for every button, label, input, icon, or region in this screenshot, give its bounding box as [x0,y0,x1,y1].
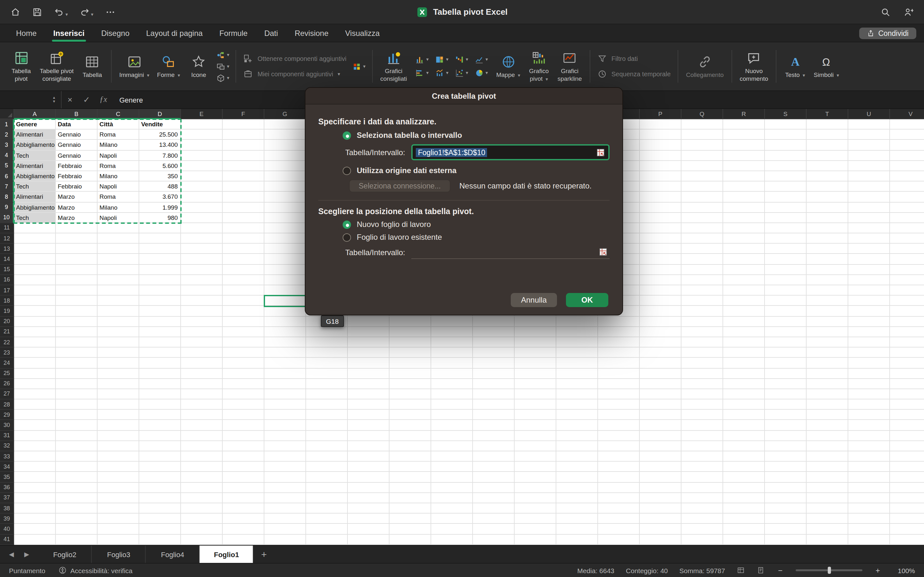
cell-b21[interactable] [56,327,97,337]
cell-t35[interactable] [806,472,848,482]
cell-a32[interactable] [14,441,56,451]
sheet-tab-foglio3[interactable]: Foglio3 [92,546,146,563]
cell-m41[interactable] [515,534,556,545]
cell-e39[interactable] [181,514,223,524]
cell-c37[interactable] [97,493,139,503]
cell-g6[interactable] [264,171,306,181]
cell-g34[interactable] [264,462,306,472]
column-header-g[interactable]: G [264,109,306,119]
cell-s27[interactable] [765,389,806,400]
cell-k26[interactable] [431,379,473,389]
cell-e17[interactable] [181,285,223,295]
cell-o34[interactable] [598,462,640,472]
column-chart-button[interactable]: ▾ [415,55,429,64]
cell-h21[interactable] [306,327,348,337]
cell-u32[interactable] [848,441,890,451]
cell-n39[interactable] [556,514,598,524]
cell-h34[interactable] [306,462,348,472]
cell-q32[interactable] [682,441,723,451]
cell-f2[interactable] [223,129,264,140]
cell-v26[interactable] [890,379,924,389]
cell-p34[interactable] [640,462,682,472]
cell-e12[interactable] [181,234,223,243]
grafico-pivot-button[interactable]: Graficopivot ▾ [525,49,553,83]
cell-q9[interactable] [682,202,723,213]
cell-v38[interactable] [890,503,924,514]
cell-q31[interactable] [682,430,723,441]
cell-j33[interactable] [389,451,431,462]
row-header-15[interactable]: 15 [0,264,14,275]
row-header-39[interactable]: 39 [0,514,14,524]
cell-a25[interactable] [14,368,56,379]
cell-r16[interactable] [723,275,765,285]
cell-c20[interactable] [97,316,139,327]
row-header-11[interactable]: 11 [0,223,14,234]
column-header-d[interactable]: D [139,109,181,119]
cell-d28[interactable] [139,400,181,410]
collegamento-button[interactable]: Collegamento [683,53,727,80]
cell-q21[interactable] [682,327,723,337]
cell-f7[interactable] [223,181,264,192]
destination-range-input[interactable] [412,245,610,259]
cell-b4[interactable]: Gennaio [56,150,97,161]
cell-o24[interactable] [598,358,640,368]
cell-p18[interactable] [640,295,682,306]
cell-a18[interactable] [14,295,56,306]
cell-h26[interactable] [306,379,348,389]
cell-i38[interactable] [348,503,389,514]
cell-g25[interactable] [264,368,306,379]
row-header-23[interactable]: 23 [0,348,14,358]
cell-h33[interactable] [306,451,348,462]
row-header-37[interactable]: 37 [0,493,14,503]
column-header-u[interactable]: U [848,109,890,119]
cell-r34[interactable] [723,462,765,472]
cell-j32[interactable] [389,441,431,451]
cell-o36[interactable] [598,482,640,493]
cell-u27[interactable] [848,389,890,400]
select-connection-button[interactable]: Seleziona connessione... [349,179,451,192]
cell-m38[interactable] [515,503,556,514]
cell-a38[interactable] [14,503,56,514]
cell-b38[interactable] [56,503,97,514]
cell-f21[interactable] [223,327,264,337]
cell-a37[interactable] [14,493,56,503]
cell-p31[interactable] [640,430,682,441]
sheet-tab-foglio1[interactable]: Foglio1 [200,546,254,563]
cell-j24[interactable] [389,358,431,368]
cell-b11[interactable] [56,223,97,234]
column-header-c[interactable]: C [97,109,139,119]
cell-k23[interactable] [431,348,473,358]
cell-r32[interactable] [723,441,765,451]
cell-d23[interactable] [139,348,181,358]
cell-a2[interactable]: Alimentari [14,129,56,140]
cell-m35[interactable] [515,472,556,482]
cell-a41[interactable] [14,534,56,545]
save-icon[interactable] [32,7,42,17]
cell-u16[interactable] [848,275,890,285]
cell-u34[interactable] [848,462,890,472]
cell-j25[interactable] [389,368,431,379]
cell-t22[interactable] [806,337,848,348]
row-header-8[interactable]: 8 [0,192,14,202]
cell-g11[interactable] [264,223,306,234]
cell-u19[interactable] [848,306,890,316]
cell-s10[interactable] [765,213,806,223]
cell-p28[interactable] [640,400,682,410]
cell-s18[interactable] [765,295,806,306]
cell-q27[interactable] [682,389,723,400]
cell-b28[interactable] [56,400,97,410]
tabelle-pivot-consigliate-button[interactable]: Tabelle pivotconsigliate [37,49,77,83]
cell-j31[interactable] [389,430,431,441]
cell-p19[interactable] [640,306,682,316]
cell-q16[interactable] [682,275,723,285]
cell-s2[interactable] [765,129,806,140]
cell-t37[interactable] [806,493,848,503]
cell-v14[interactable] [890,254,924,264]
cell-v11[interactable] [890,223,924,234]
cell-c25[interactable] [97,368,139,379]
cell-r41[interactable] [723,534,765,545]
cell-d40[interactable] [139,524,181,534]
cell-g12[interactable] [264,234,306,243]
cell-p29[interactable] [640,410,682,420]
cell-q22[interactable] [682,337,723,348]
